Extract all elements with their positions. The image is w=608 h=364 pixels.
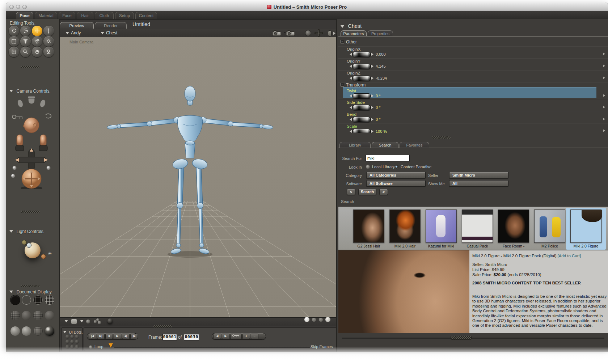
content-paradise-radio[interactable] bbox=[394, 165, 398, 169]
twist-tool-button[interactable] bbox=[20, 26, 31, 36]
add-keyframe-button[interactable]: + bbox=[242, 334, 250, 339]
ui-dot[interactable] bbox=[66, 335, 69, 339]
result-label[interactable]: Face Room - bbox=[495, 244, 532, 248]
local-library-radio[interactable] bbox=[366, 165, 370, 169]
parameter-value[interactable]: 100 % bbox=[376, 129, 387, 133]
ui-dot[interactable] bbox=[75, 345, 79, 349]
previous-frame-button[interactable]: ◀| bbox=[122, 334, 130, 339]
result-label[interactable]: G2 Jessi Hair bbox=[351, 244, 387, 248]
row-expand-arrow-icon[interactable] bbox=[603, 76, 605, 79]
ui-dot[interactable] bbox=[70, 340, 74, 344]
tab-search[interactable]: Search bbox=[372, 142, 398, 148]
display-dot-4[interactable] bbox=[325, 317, 330, 322]
tracking-ball-icon[interactable] bbox=[86, 319, 90, 323]
parameter-label[interactable]: OriginZ bbox=[347, 71, 360, 75]
parameter-value[interactable]: 0.000 bbox=[376, 52, 386, 56]
previous-key-button[interactable]: ◀ bbox=[214, 334, 221, 339]
light-indicator-dot[interactable] bbox=[26, 243, 31, 248]
row-expand-arrow-icon[interactable] bbox=[603, 118, 605, 120]
tab-cloth[interactable]: Cloth bbox=[95, 12, 114, 19]
light-controls-header[interactable]: Light Controls. bbox=[9, 228, 45, 234]
timeline-position-marker[interactable] bbox=[109, 343, 113, 348]
first-frame-button[interactable]: |◀ bbox=[89, 334, 96, 339]
add-to-cart-link[interactable]: [Add to Cart] bbox=[545, 254, 581, 258]
animation-key-icon[interactable] bbox=[12, 115, 22, 119]
result-label[interactable]: Casual Pack bbox=[459, 244, 495, 248]
result-thumbnail[interactable] bbox=[426, 209, 457, 243]
total-frames-counter[interactable]: 00030 bbox=[184, 334, 199, 340]
viewport-canvas[interactable]: Main Camera bbox=[60, 37, 336, 317]
row-expand-arrow-icon[interactable] bbox=[603, 64, 605, 67]
tab-hair[interactable]: Hair bbox=[77, 12, 93, 19]
light-indicator-dot[interactable] bbox=[22, 240, 27, 245]
sun-icon[interactable]: ☀ bbox=[48, 251, 52, 256]
last-frame-button[interactable]: ▶| bbox=[97, 334, 105, 339]
play-button[interactable]: ▶ bbox=[114, 334, 121, 339]
ui-dot[interactable] bbox=[75, 335, 79, 339]
parameter-label[interactable]: Side-Side bbox=[347, 100, 365, 105]
minimize-window-button[interactable] bbox=[16, 5, 20, 9]
next-key-button[interactable]: ▶ bbox=[222, 334, 229, 339]
stop-button[interactable]: ■ bbox=[105, 334, 113, 339]
collapse-group-button[interactable]: − bbox=[341, 83, 344, 86]
grouping-tool-button[interactable] bbox=[9, 47, 19, 57]
zoom-window-button[interactable] bbox=[22, 5, 27, 9]
parameter-dial[interactable] bbox=[350, 76, 373, 80]
trackball-control[interactable] bbox=[21, 169, 42, 189]
panel-expand-arrow-icon[interactable] bbox=[333, 31, 335, 35]
rotate-camera-icon[interactable] bbox=[46, 114, 51, 118]
move-cross-icon[interactable] bbox=[314, 29, 324, 37]
content-paradise-radio-label[interactable]: Content Paradise bbox=[401, 165, 431, 169]
result-thumbnail[interactable] bbox=[534, 209, 565, 243]
flyaround-camera-icon[interactable] bbox=[17, 96, 46, 108]
category-dropdown[interactable]: All Categories bbox=[366, 172, 426, 178]
result-label[interactable]: M2 Police bbox=[532, 244, 568, 248]
parameter-value[interactable]: 4.145 bbox=[376, 64, 386, 68]
result-thumbnail[interactable] bbox=[389, 209, 421, 243]
display-style-outline[interactable] bbox=[22, 295, 31, 305]
camera-controls-header[interactable]: Camera Controls. bbox=[9, 88, 50, 94]
parameter-label[interactable]: OriginY bbox=[347, 59, 360, 63]
display-style-flat-shaded[interactable] bbox=[22, 311, 31, 320]
display-style-hidden-line[interactable] bbox=[45, 295, 54, 305]
display-style-smooth-lined[interactable] bbox=[22, 326, 31, 336]
panel-resize-grip[interactable] bbox=[21, 66, 40, 68]
document-display-header[interactable]: Document Display bbox=[9, 288, 52, 295]
tracking-full-icon[interactable] bbox=[107, 318, 113, 323]
tab-face[interactable]: Face bbox=[59, 12, 75, 19]
edit-keyframes-button[interactable] bbox=[230, 334, 242, 339]
row-expand-arrow-icon[interactable] bbox=[603, 106, 605, 109]
tab-parameters[interactable]: Parameters bbox=[341, 30, 367, 37]
translate-in-out-tool-button[interactable] bbox=[43, 26, 54, 36]
parameter-label[interactable]: OriginX bbox=[347, 47, 360, 51]
parameter-value[interactable]: -0.234 bbox=[376, 76, 387, 80]
parameter-label[interactable]: Scale bbox=[347, 124, 357, 128]
right-hand-camera-icon[interactable] bbox=[39, 135, 47, 151]
actor-selector-menu[interactable]: Chest bbox=[101, 30, 117, 35]
previous-page-button[interactable]: < bbox=[347, 189, 355, 195]
seller-dropdown[interactable]: Smith Micro bbox=[449, 172, 508, 178]
display-dot-2[interactable] bbox=[312, 318, 316, 322]
row-expand-arrow-icon[interactable] bbox=[603, 129, 605, 132]
face-camera-icon[interactable] bbox=[24, 118, 39, 133]
tab-properties[interactable]: Properties bbox=[368, 30, 393, 37]
display-dot-3[interactable] bbox=[319, 318, 323, 322]
parameter-value[interactable]: 0 ° bbox=[376, 117, 381, 122]
current-frame-counter[interactable]: 00001 bbox=[162, 334, 177, 340]
tab-material[interactable]: Material bbox=[35, 12, 57, 19]
next-page-button[interactable]: > bbox=[379, 189, 388, 195]
morphing-tool-button[interactable] bbox=[32, 36, 42, 47]
tab-preview[interactable]: Preview bbox=[60, 22, 94, 29]
tab-library[interactable]: Library bbox=[339, 142, 371, 148]
result-label[interactable]: Miki 2.0 Hair bbox=[387, 244, 423, 248]
ui-dot[interactable] bbox=[75, 340, 79, 344]
panel-resize-grip[interactable] bbox=[21, 285, 40, 287]
scale-tool-button[interactable] bbox=[9, 36, 19, 47]
next-frame-button[interactable]: |▶ bbox=[130, 334, 138, 339]
parameter-label[interactable]: Bend bbox=[347, 112, 356, 117]
view-magnifier-tool-button[interactable] bbox=[20, 47, 31, 57]
local-library-radio-label[interactable]: Local Library bbox=[372, 165, 395, 169]
result-label[interactable]: Miki 2.0 Figure bbox=[568, 244, 604, 248]
loop-radio[interactable] bbox=[89, 345, 92, 348]
parameters-header[interactable]: Chest bbox=[341, 23, 362, 30]
